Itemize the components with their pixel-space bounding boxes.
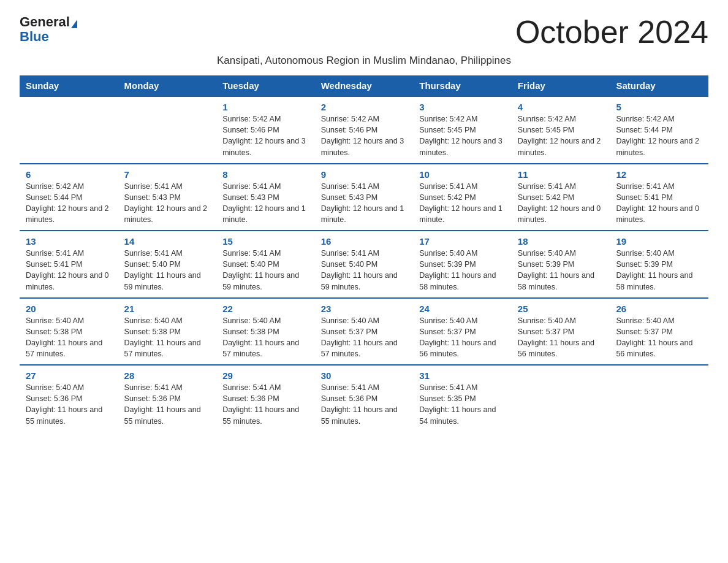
table-row: 12Sunrise: 5:41 AMSunset: 5:41 PMDayligh… xyxy=(610,164,708,231)
table-row: 25Sunrise: 5:40 AMSunset: 5:37 PMDayligh… xyxy=(512,298,610,366)
day-number: 12 xyxy=(616,169,702,180)
table-row: 19Sunrise: 5:40 AMSunset: 5:39 PMDayligh… xyxy=(610,231,708,298)
day-number: 1 xyxy=(222,102,309,112)
day-number: 22 xyxy=(222,304,309,314)
day-info: Sunrise: 5:41 AMSunset: 5:36 PMDaylight:… xyxy=(321,382,408,427)
table-row: 29Sunrise: 5:41 AMSunset: 5:36 PMDayligh… xyxy=(216,365,315,432)
day-number: 11 xyxy=(518,169,604,180)
table-row: 21Sunrise: 5:40 AMSunset: 5:38 PMDayligh… xyxy=(118,298,217,366)
table-row: 5Sunrise: 5:42 AMSunset: 5:44 PMDaylight… xyxy=(610,96,708,164)
table-row: 8Sunrise: 5:41 AMSunset: 5:43 PMDaylight… xyxy=(216,164,315,231)
table-row: 26Sunrise: 5:40 AMSunset: 5:37 PMDayligh… xyxy=(610,298,708,366)
table-row: 13Sunrise: 5:41 AMSunset: 5:41 PMDayligh… xyxy=(20,231,118,298)
col-sunday: Sunday xyxy=(20,75,118,96)
table-row: 22Sunrise: 5:40 AMSunset: 5:38 PMDayligh… xyxy=(216,298,315,366)
day-info: Sunrise: 5:42 AMSunset: 5:45 PMDaylight:… xyxy=(419,113,506,158)
page-header: General Blue October 2024 xyxy=(20,15,708,50)
table-row: 9Sunrise: 5:41 AMSunset: 5:43 PMDaylight… xyxy=(315,164,414,231)
day-info: Sunrise: 5:40 AMSunset: 5:37 PMDaylight:… xyxy=(518,315,604,360)
table-row: 30Sunrise: 5:41 AMSunset: 5:36 PMDayligh… xyxy=(315,365,414,432)
day-number: 4 xyxy=(518,102,604,112)
day-number: 8 xyxy=(222,169,309,180)
day-number: 6 xyxy=(26,169,112,180)
month-title: October 2024 xyxy=(515,15,708,50)
day-number: 31 xyxy=(419,370,506,381)
day-info: Sunrise: 5:41 AMSunset: 5:40 PMDaylight:… xyxy=(321,248,408,293)
table-row: 17Sunrise: 5:40 AMSunset: 5:39 PMDayligh… xyxy=(413,231,512,298)
table-row: 15Sunrise: 5:41 AMSunset: 5:40 PMDayligh… xyxy=(216,231,315,298)
day-info: Sunrise: 5:42 AMSunset: 5:46 PMDaylight:… xyxy=(222,113,309,158)
day-info: Sunrise: 5:40 AMSunset: 5:37 PMDaylight:… xyxy=(321,315,408,360)
day-number: 5 xyxy=(616,102,702,112)
table-row: 16Sunrise: 5:41 AMSunset: 5:40 PMDayligh… xyxy=(315,231,414,298)
calendar-table: Sunday Monday Tuesday Wednesday Thursday… xyxy=(20,75,708,432)
day-number: 19 xyxy=(616,236,702,247)
table-row: 4Sunrise: 5:42 AMSunset: 5:45 PMDaylight… xyxy=(512,96,610,164)
table-row: 23Sunrise: 5:40 AMSunset: 5:37 PMDayligh… xyxy=(315,298,414,366)
day-number: 2 xyxy=(321,102,408,112)
day-info: Sunrise: 5:40 AMSunset: 5:39 PMDaylight:… xyxy=(518,248,604,293)
day-number: 9 xyxy=(321,169,408,180)
day-info: Sunrise: 5:41 AMSunset: 5:42 PMDaylight:… xyxy=(419,181,506,226)
table-row: 27Sunrise: 5:40 AMSunset: 5:36 PMDayligh… xyxy=(20,365,118,432)
day-info: Sunrise: 5:40 AMSunset: 5:38 PMDaylight:… xyxy=(26,315,112,360)
day-number: 3 xyxy=(419,102,506,112)
day-info: Sunrise: 5:41 AMSunset: 5:41 PMDaylight:… xyxy=(616,181,702,226)
day-number: 24 xyxy=(419,304,506,314)
table-row: 18Sunrise: 5:40 AMSunset: 5:39 PMDayligh… xyxy=(512,231,610,298)
col-saturday: Saturday xyxy=(610,75,708,96)
table-row: 3Sunrise: 5:42 AMSunset: 5:45 PMDaylight… xyxy=(413,96,512,164)
day-number: 7 xyxy=(124,169,211,180)
table-row: 31Sunrise: 5:41 AMSunset: 5:35 PMDayligh… xyxy=(413,365,512,432)
table-row: 14Sunrise: 5:41 AMSunset: 5:40 PMDayligh… xyxy=(118,231,217,298)
col-tuesday: Tuesday xyxy=(216,75,315,96)
day-number: 13 xyxy=(26,236,112,247)
logo-blue: Blue xyxy=(20,29,49,44)
day-number: 20 xyxy=(26,304,112,314)
day-info: Sunrise: 5:41 AMSunset: 5:43 PMDaylight:… xyxy=(321,181,408,226)
day-info: Sunrise: 5:41 AMSunset: 5:43 PMDaylight:… xyxy=(222,181,309,226)
day-info: Sunrise: 5:41 AMSunset: 5:41 PMDaylight:… xyxy=(26,248,112,293)
day-info: Sunrise: 5:42 AMSunset: 5:44 PMDaylight:… xyxy=(616,113,702,158)
col-thursday: Thursday xyxy=(413,75,512,96)
day-number: 18 xyxy=(518,236,604,247)
day-number: 14 xyxy=(124,236,211,247)
table-row: 28Sunrise: 5:41 AMSunset: 5:36 PMDayligh… xyxy=(118,365,217,432)
day-number: 26 xyxy=(616,304,702,314)
day-info: Sunrise: 5:41 AMSunset: 5:36 PMDaylight:… xyxy=(124,382,211,427)
day-number: 10 xyxy=(419,169,506,180)
day-number: 17 xyxy=(419,236,506,247)
day-info: Sunrise: 5:40 AMSunset: 5:39 PMDaylight:… xyxy=(419,248,506,293)
day-info: Sunrise: 5:40 AMSunset: 5:36 PMDaylight:… xyxy=(26,382,112,427)
day-info: Sunrise: 5:41 AMSunset: 5:42 PMDaylight:… xyxy=(518,181,604,226)
day-number: 23 xyxy=(321,304,408,314)
day-info: Sunrise: 5:40 AMSunset: 5:38 PMDaylight:… xyxy=(222,315,309,360)
table-row: 2Sunrise: 5:42 AMSunset: 5:46 PMDaylight… xyxy=(315,96,414,164)
logo: General Blue xyxy=(20,15,77,44)
day-info: Sunrise: 5:40 AMSunset: 5:37 PMDaylight:… xyxy=(419,315,506,360)
day-number: 27 xyxy=(26,370,112,381)
table-row: 7Sunrise: 5:41 AMSunset: 5:43 PMDaylight… xyxy=(118,164,217,231)
col-wednesday: Wednesday xyxy=(315,75,414,96)
table-row: 1Sunrise: 5:42 AMSunset: 5:46 PMDaylight… xyxy=(216,96,315,164)
day-info: Sunrise: 5:41 AMSunset: 5:35 PMDaylight:… xyxy=(419,382,506,427)
day-info: Sunrise: 5:42 AMSunset: 5:46 PMDaylight:… xyxy=(321,113,408,158)
table-row xyxy=(610,365,708,432)
col-monday: Monday xyxy=(118,75,217,96)
table-row: 10Sunrise: 5:41 AMSunset: 5:42 PMDayligh… xyxy=(413,164,512,231)
day-info: Sunrise: 5:40 AMSunset: 5:38 PMDaylight:… xyxy=(124,315,211,360)
table-row xyxy=(20,96,118,164)
calendar-header: Sunday Monday Tuesday Wednesday Thursday… xyxy=(20,75,708,96)
table-row: 6Sunrise: 5:42 AMSunset: 5:44 PMDaylight… xyxy=(20,164,118,231)
day-number: 25 xyxy=(518,304,604,314)
page-subtitle: Kansipati, Autonomous Region in Muslim M… xyxy=(20,55,708,67)
table-row: 11Sunrise: 5:41 AMSunset: 5:42 PMDayligh… xyxy=(512,164,610,231)
day-number: 30 xyxy=(321,370,408,381)
day-info: Sunrise: 5:41 AMSunset: 5:40 PMDaylight:… xyxy=(222,248,309,293)
table-row: 24Sunrise: 5:40 AMSunset: 5:37 PMDayligh… xyxy=(413,298,512,366)
logo-triangle-icon xyxy=(71,20,77,28)
day-number: 15 xyxy=(222,236,309,247)
day-info: Sunrise: 5:40 AMSunset: 5:39 PMDaylight:… xyxy=(616,248,702,293)
day-info: Sunrise: 5:42 AMSunset: 5:44 PMDaylight:… xyxy=(26,181,112,226)
day-info: Sunrise: 5:42 AMSunset: 5:45 PMDaylight:… xyxy=(518,113,604,158)
